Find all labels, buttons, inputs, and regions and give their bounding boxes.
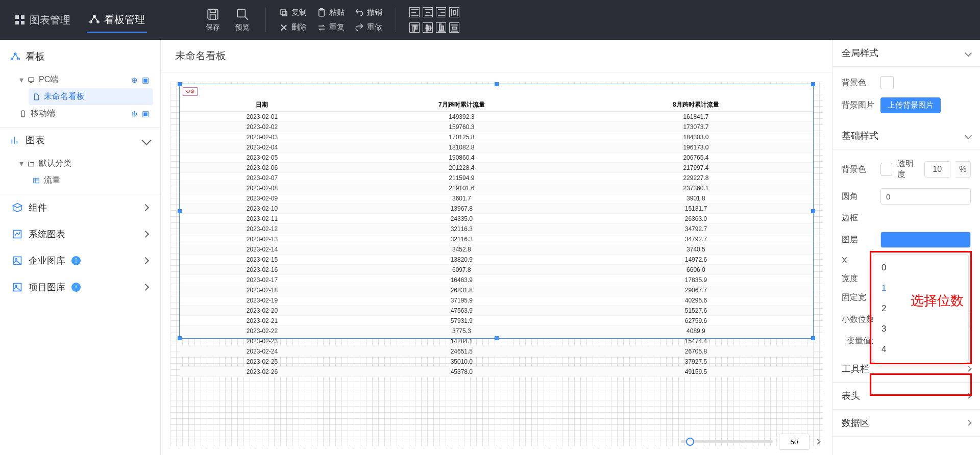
tree-flow[interactable]: 流量 — [29, 172, 153, 189]
network-icon — [10, 52, 20, 62]
folder-icon — [28, 160, 35, 167]
dd-option-0[interactable]: 0 — [873, 258, 968, 278]
table-icon — [33, 177, 40, 184]
resize-handle[interactable] — [811, 82, 815, 86]
table-row: 2023-02-1013967.815131.7 — [180, 204, 813, 214]
mobile-icon — [19, 110, 27, 117]
upload-bg-button[interactable]: 上传背景图片 — [880, 97, 941, 113]
dd-option-3[interactable]: 3 — [873, 319, 968, 339]
row-components[interactable]: 组件 — [0, 194, 160, 221]
align-center-icon[interactable] — [423, 7, 433, 17]
svg-rect-3 — [21, 21, 24, 24]
table-row: 2023-02-2645378.049159.5 — [180, 367, 813, 377]
tree-pc[interactable]: ▾ PC端 ⊕▣ — [15, 71, 153, 88]
data-table: 日期7月跨时累计流量8月跨时累计流量 2023-02-01149392.3161… — [180, 98, 813, 377]
svg-rect-29 — [454, 11, 456, 15]
image-icon — [12, 282, 22, 292]
table-header: 7月跨时累计流量 — [345, 98, 579, 112]
tree-default-category[interactable]: ▾ 默认分类 — [15, 155, 153, 172]
tree-unnamed-board[interactable]: 未命名看板 — [29, 88, 153, 105]
section-basic-style[interactable]: 基础样式 — [832, 122, 980, 149]
align-left-icon[interactable] — [409, 7, 420, 17]
chevron-right-icon — [142, 257, 149, 264]
svg-line-11 — [245, 17, 248, 19]
panel-board-header[interactable]: 看板 — [0, 44, 160, 69]
magnify-icon — [236, 8, 249, 21]
add-folder-icon[interactable]: ▣ — [142, 75, 149, 85]
save-button[interactable]: 保存 — [203, 8, 223, 32]
table-header: 8月跨时累计流量 — [579, 98, 813, 112]
chevron-down-icon — [965, 132, 972, 139]
table-row: 2023-02-1716463.917835.9 — [180, 275, 813, 285]
table-row: 2023-02-143452.83740.5 — [180, 244, 813, 255]
resize-handle[interactable] — [178, 336, 182, 340]
bar-chart-icon — [10, 135, 20, 145]
table-row: 2023-02-04181082.8196173.0 — [180, 142, 813, 153]
zoom-thumb[interactable] — [686, 438, 694, 446]
info-badge: ! — [71, 256, 81, 265]
add-folder-icon[interactable]: ▣ — [142, 109, 149, 118]
distribute-v-icon[interactable] — [449, 22, 459, 33]
panel-chart-header[interactable]: 图表 — [0, 128, 160, 153]
align-middle-icon[interactable] — [423, 22, 433, 33]
radius-input[interactable]: 0 — [880, 188, 971, 205]
tab-chart-mgmt[interactable]: 图表管理 — [12, 8, 72, 32]
add-file-icon[interactable]: ⊕ — [131, 109, 138, 118]
layer-front[interactable] — [881, 232, 970, 247]
left-sidebar: 看板 ▾ PC端 ⊕▣ 未命名看板 移动端 — [0, 40, 161, 455]
svg-rect-0 — [15, 15, 19, 19]
tree-mobile[interactable]: 移动端 ⊕▣ — [15, 105, 153, 122]
chart-icon — [12, 229, 22, 239]
align-top-icon[interactable] — [409, 22, 420, 33]
resize-handle[interactable] — [495, 336, 499, 340]
copy-button[interactable]: 复制 — [279, 8, 307, 17]
table-row: 2023-02-2424651.526705.8 — [180, 346, 813, 357]
add-file-icon[interactable]: ⊕ — [131, 75, 138, 85]
resize-handle[interactable] — [178, 209, 182, 213]
table-row: 2023-02-1513820.914972.6 — [180, 255, 813, 265]
preview-button[interactable]: 预览 — [233, 8, 252, 32]
zoom-input[interactable] — [779, 434, 810, 450]
resize-handle[interactable] — [495, 82, 499, 86]
repeat-button[interactable]: 重复 — [317, 22, 345, 32]
cube-icon — [12, 203, 22, 213]
chevron-right-icon[interactable] — [815, 439, 820, 444]
widget-tag: ⟲⚙ — [183, 87, 198, 96]
undo-icon — [355, 8, 364, 17]
section-data-area[interactable]: 数据区 — [832, 410, 980, 437]
redo-button[interactable]: 重做 — [355, 22, 382, 32]
chevron-down-icon — [965, 49, 972, 57]
design-canvas[interactable]: ⟲⚙ 日期7月跨时累计流量8月跨时累计流量 2023-02-01149392.3… — [170, 82, 823, 446]
table-row: 2023-02-2047563.951527.6 — [180, 306, 813, 316]
resize-handle[interactable] — [178, 82, 182, 86]
resize-handle[interactable] — [811, 336, 815, 340]
align-right-icon[interactable] — [436, 7, 446, 17]
selected-widget[interactable]: ⟲⚙ 日期7月跨时累计流量8月跨时累计流量 2023-02-01149392.3… — [179, 84, 814, 339]
svg-rect-31 — [413, 26, 414, 31]
zoom-slider[interactable] — [681, 440, 773, 443]
table-row: 2023-02-02159760.3173073.7 — [180, 122, 813, 132]
label-bg-color: 背景色 — [842, 78, 875, 88]
dd-option-4[interactable]: 4 — [873, 339, 968, 360]
chevron-right-icon — [142, 284, 149, 291]
label-x: X — [842, 256, 875, 265]
bg-color-swatch[interactable] — [880, 76, 894, 89]
section-global-style[interactable]: 全局样式 — [832, 40, 980, 67]
copy-icon — [279, 8, 288, 17]
paste-button[interactable]: 粘贴 — [317, 8, 345, 17]
section-header[interactable]: 表头 — [832, 383, 980, 410]
row-sys-chart[interactable]: 系统图表 — [0, 221, 160, 247]
table-row: 2023-02-1124335.026363.0 — [180, 214, 813, 224]
table-row: 2023-02-2157931.962759.6 — [180, 316, 813, 326]
svg-rect-10 — [237, 9, 245, 17]
delete-button[interactable]: 删除 — [279, 22, 307, 32]
opacity-input[interactable]: 10 — [924, 161, 950, 178]
tab-board-mgmt[interactable]: 看板管理 — [87, 8, 147, 33]
resize-handle[interactable] — [811, 209, 815, 213]
distribute-h-icon[interactable] — [449, 7, 459, 17]
undo-button[interactable]: 撤销 — [355, 8, 382, 17]
row-ent-gallery[interactable]: 企业图库 ! — [0, 247, 160, 274]
row-proj-gallery[interactable]: 项目图库 ! — [0, 274, 160, 300]
basic-bg-swatch[interactable] — [880, 163, 892, 176]
align-bottom-icon[interactable] — [436, 22, 446, 33]
